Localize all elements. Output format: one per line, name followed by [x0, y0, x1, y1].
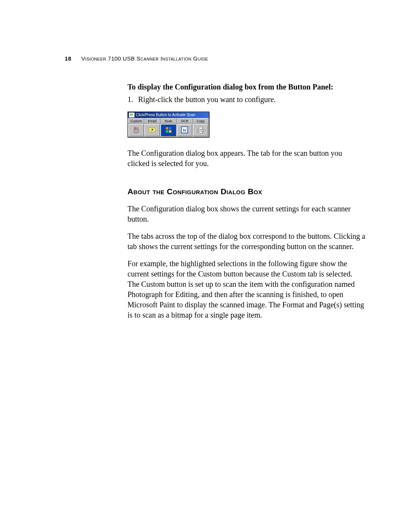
tab-ocr[interactable]: OCR	[177, 118, 193, 123]
paint-cup-icon	[132, 126, 140, 135]
svg-rect-11	[199, 131, 202, 133]
tab-scan[interactable]: Scan	[161, 118, 177, 123]
word-icon: W	[180, 126, 189, 135]
page-number: 18	[65, 55, 71, 62]
button-panel-title: Click/Press Button to Activate Scan	[136, 112, 195, 118]
custom-button[interactable]	[129, 124, 144, 136]
tab-copy[interactable]: Copy	[193, 118, 209, 123]
svg-rect-5	[166, 130, 168, 133]
ocr-button[interactable]: W	[177, 124, 192, 136]
svg-text:W: W	[182, 128, 187, 133]
step-1: 1.Right-click the button you want to con…	[127, 94, 365, 105]
scanner-icon	[129, 112, 135, 118]
copy-button[interactable]	[193, 124, 208, 136]
step-text: Right-click the button you want to confi…	[138, 95, 276, 104]
svg-rect-10	[199, 127, 202, 129]
svg-rect-3	[166, 127, 168, 129]
page-header: 18 Visioneer 7100 USB Scanner Installati…	[65, 55, 365, 62]
email-icon	[148, 126, 156, 135]
button-panel-screenshot: Click/Press Button to Activate Scan Cust…	[127, 112, 209, 137]
button-panel-tabs: Custom Email Scan OCR Copy	[128, 118, 209, 123]
email-button[interactable]	[145, 124, 160, 136]
tab-email[interactable]: Email	[144, 118, 160, 123]
section-heading: About the Configuration Dialog Box	[65, 187, 365, 196]
header-title: Visioneer 7100 USB Scanner Installation …	[81, 55, 208, 62]
button-panel-titlebar: Click/Press Button to Activate Scan	[128, 112, 209, 118]
scan-button[interactable]	[161, 124, 176, 136]
body-paragraph-3: For example, the highlighted selections …	[127, 259, 365, 320]
subsection-heading: To display the Configuration dialog box …	[127, 83, 365, 91]
svg-rect-0	[134, 129, 139, 133]
body-paragraph-1: The Configuration dialog box shows the c…	[127, 204, 365, 224]
paragraph-after-panel: The Configuration dialog box appears. Th…	[127, 148, 365, 169]
printer-icon	[196, 126, 205, 135]
tab-custom[interactable]: Custom	[128, 118, 144, 123]
svg-rect-6	[169, 130, 171, 133]
body-paragraph-2: The tabs across the top of the dialog bo…	[127, 231, 365, 252]
step-number: 1.	[127, 94, 138, 105]
scan-app-icon	[164, 126, 173, 135]
svg-rect-4	[169, 127, 171, 129]
button-panel-buttons: W	[128, 123, 209, 137]
